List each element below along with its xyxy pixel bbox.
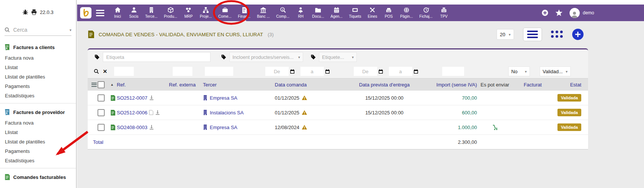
nav-item-finances[interactable]: $ Finan...: [237, 5, 252, 21]
sidebar-item[interactable]: Pagaments: [0, 82, 76, 91]
nav-item-pagines[interactable]: Pàgin...: [399, 5, 415, 21]
search-input[interactable]: [12, 26, 67, 33]
nav-item-agenda[interactable]: Agen...: [329, 5, 344, 21]
header-es-pot-enviar[interactable]: Es pot enviar: [477, 82, 513, 88]
ref-externa-filter-input[interactable]: [173, 67, 192, 76]
column-config-icon[interactable]: [88, 82, 98, 88]
header-ref[interactable]: ▲Ref.: [110, 82, 169, 88]
filter-tag-row: Incloent productes/serveis... ▾ Etiquete…: [88, 49, 588, 65]
sidebar-item[interactable]: Llistat: [0, 63, 76, 72]
nav-item-projectes[interactable]: Proje...: [198, 5, 214, 21]
sidebar-item[interactable]: Llistat: [0, 128, 76, 137]
calendar-icon: [333, 7, 340, 13]
nav-item-inici[interactable]: Inici: [111, 5, 124, 21]
note-icon[interactable]: [149, 110, 153, 115]
calendar-picker-icon[interactable]: [325, 69, 330, 74]
sidebar-item[interactable]: Llistat de plantilles: [0, 137, 76, 146]
sidebar-section-comandes-facturables[interactable]: Comandes facturables: [0, 171, 76, 183]
company-link[interactable]: Empresa SA: [210, 95, 237, 101]
nav-item-fichajes[interactable]: Fichaj...: [418, 5, 434, 21]
sidebar-section-factures-clients[interactable]: $ Factures a clients: [0, 41, 76, 53]
row-checkbox[interactable]: [98, 124, 105, 131]
favorite-star-icon[interactable]: [555, 9, 563, 17]
sidebar-item[interactable]: Estadístiques: [0, 91, 76, 100]
records-panel: Incloent productes/serveis... ▾ Etiquete…: [88, 48, 588, 149]
menu-toggle-icon[interactable]: [96, 8, 104, 18]
clear-search-icon[interactable]: ✕: [103, 68, 107, 74]
sidebar-search[interactable]: ▾: [5, 26, 71, 36]
header-facturat[interactable]: Facturat: [513, 82, 553, 88]
nav-item-pos[interactable]: POS: [382, 5, 395, 21]
etiquetes-select[interactable]: Etiquete... ▾: [319, 52, 357, 62]
calendar-picker-icon[interactable]: [413, 69, 418, 74]
company-link[interactable]: Empresa SA: [210, 125, 237, 130]
table-row[interactable]: SO2408-0003 Empresa SA 12/08/2024 1.000,…: [88, 120, 588, 135]
nav-item-tiquets[interactable]: Tiquets: [347, 5, 362, 21]
nav-item-bancs[interactable]: Banc ...: [255, 5, 271, 21]
header-data-prevista[interactable]: Data prevista d'entrega: [348, 82, 420, 88]
list-view-button[interactable]: [523, 28, 542, 41]
sidebar-item[interactable]: Pagaments: [0, 146, 76, 156]
gears-icon: [185, 7, 192, 13]
header-import[interactable]: Import (sense IVA): [420, 82, 477, 88]
invoice-green-icon: $: [5, 44, 10, 50]
nav-item-productes[interactable]: Produ...: [163, 5, 179, 21]
download-icon[interactable]: [155, 110, 160, 115]
sidebar-item[interactable]: Factura nova: [0, 53, 76, 63]
sidebar-item[interactable]: Estadístiques: [0, 156, 76, 165]
sidebar-section-factures-proveidor[interactable]: $ Factures de proveïdor: [0, 106, 76, 118]
tercer-filter-input[interactable]: [205, 67, 233, 76]
nav-item-socis[interactable]: Socis: [127, 5, 140, 21]
select-all-checkbox[interactable]: [98, 81, 105, 88]
data-comanda-to-input[interactable]: [300, 67, 324, 76]
nav-item-eines[interactable]: Eines: [366, 5, 379, 21]
import-filter-input[interactable]: [442, 67, 464, 76]
row-checkbox[interactable]: [98, 109, 105, 116]
search-dropdown-caret-icon[interactable]: ▾: [70, 28, 71, 32]
download-icon[interactable]: [149, 95, 154, 100]
table-row[interactable]: SO2512-0007 Empresa SA 01/12/2025 15/12/…: [88, 91, 588, 105]
grid-view-button[interactable]: [551, 31, 563, 38]
es-pot-enviar-select[interactable]: No ▾: [508, 66, 530, 76]
data-prevista-to-input[interactable]: [389, 67, 412, 76]
row-checkbox[interactable]: [98, 94, 105, 102]
nav-item-comercial[interactable]: Come...: [217, 5, 233, 21]
bug-icon[interactable]: [22, 9, 28, 15]
download-icon[interactable]: [149, 125, 154, 130]
printer-icon[interactable]: [31, 9, 37, 15]
sidebar-item[interactable]: Factura nova: [0, 118, 76, 128]
user-menu[interactable]: demo: [570, 8, 594, 18]
nav-item-tpv[interactable]: TPV: [438, 5, 450, 21]
new-record-button[interactable]: [572, 29, 584, 40]
data-prevista-from-input[interactable]: [354, 67, 377, 76]
header-data-comanda[interactable]: Data comanda: [275, 82, 348, 88]
calendar-picker-icon[interactable]: [290, 69, 295, 74]
nav-item-comptabilitat[interactable]: $ Comp...: [275, 5, 291, 21]
nav-item-documents[interactable]: Docu...: [311, 5, 326, 21]
person-pin-icon: [297, 7, 304, 13]
productes-serveis-select[interactable]: Incloent productes/serveis... ▾: [229, 52, 303, 62]
apply-search-icon[interactable]: [94, 69, 99, 74]
etiqueta-input[interactable]: [103, 52, 211, 62]
page-size-select[interactable]: 20 ▾: [497, 29, 514, 40]
order-ref-link[interactable]: SO2512-0006: [117, 110, 147, 116]
header-tercer[interactable]: Tercer: [203, 82, 275, 88]
calendar-picker-icon[interactable]: [378, 69, 383, 74]
nav-item-tercers[interactable]: Terce...: [144, 5, 159, 21]
sidebar-item[interactable]: Llistat de plantilles: [0, 72, 76, 82]
ref-filter-input[interactable]: [114, 67, 134, 76]
company-link[interactable]: Instalacions SA: [210, 110, 244, 116]
header-ref-externa[interactable]: Ref. externa: [169, 82, 203, 88]
select-caret-icon: ▾: [298, 55, 300, 59]
nav-item-rh[interactable]: RH: [294, 5, 307, 21]
table-row[interactable]: SO2512-0006 Instalacions SA 01/12/2025 1…: [88, 105, 588, 120]
app-logo[interactable]: [80, 7, 91, 18]
estat-filter-select[interactable]: Validad... ▾: [540, 66, 571, 76]
header-estat[interactable]: Estat: [553, 82, 588, 88]
nav-item-mrp[interactable]: MRP: [182, 5, 195, 21]
order-ref-link[interactable]: SO2512-0007: [117, 95, 147, 101]
data-comanda-from-input[interactable]: [265, 67, 289, 76]
order-ref-link[interactable]: SO2408-0003: [117, 125, 147, 130]
select-caret-icon: ▾: [566, 69, 568, 74]
add-shortcut-icon[interactable]: [542, 9, 548, 16]
